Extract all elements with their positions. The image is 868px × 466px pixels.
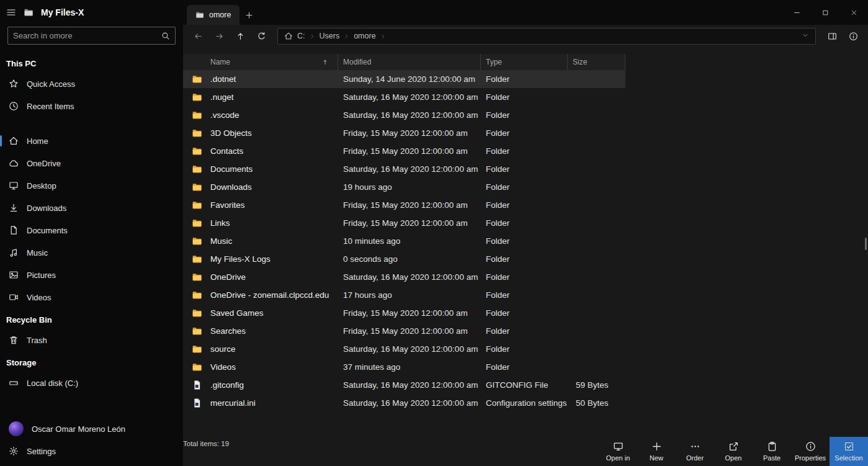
user-account[interactable]: Oscar Omar Moreno León (0, 418, 183, 440)
sidebar-item-local-disk-c[interactable]: Local disk (C:) (0, 372, 183, 394)
sidebar-footer: Oscar Omar Moreno León Settings (0, 418, 183, 466)
file-row-vscode[interactable]: .vscode Saturday, 16 May 2020 12:00:00 a… (183, 106, 625, 124)
toolbar-button-order[interactable]: Order (676, 437, 714, 466)
sidebar-item-music[interactable]: Music (0, 241, 183, 264)
toolbar-button-new[interactable]: New (637, 437, 676, 466)
sidebar-item-desktop[interactable]: Desktop (0, 174, 183, 197)
chevron-right-icon (380, 34, 386, 39)
breadcrumb-segment-users[interactable]: Users (320, 32, 340, 40)
home-icon[interactable] (284, 32, 293, 40)
file-row-3d-objects[interactable]: 3D Objects Friday, 15 May 2020 12:00:00 … (183, 124, 625, 142)
toolbar-button-open[interactable]: Open (714, 437, 753, 466)
file-row-music[interactable]: Music 10 minutes ago Folder (183, 232, 625, 250)
file-modified: Friday, 15 May 2020 12:00:00 am (338, 200, 481, 210)
toolbar-button-selection[interactable]: Selection (830, 437, 868, 466)
file-row-dotnet[interactable]: .dotnet Sunday, 14 June 2020 12:00:00 am… (183, 70, 625, 88)
column-header-name[interactable]: Name (183, 54, 338, 70)
sidebar-section-header: This PC (0, 52, 183, 73)
toolbar-button-paste[interactable]: Paste (753, 437, 791, 466)
file-row-source[interactable]: source Saturday, 16 May 2020 12:00:00 am… (183, 340, 625, 358)
preview-pane-button[interactable] (822, 27, 842, 45)
folder-icon (192, 308, 202, 318)
sidebar-item-recent-items[interactable]: Recent Items (0, 95, 183, 117)
back-button[interactable] (188, 27, 208, 45)
sidebar-item-settings[interactable]: Settings (0, 440, 183, 462)
search-box[interactable] (7, 27, 176, 45)
file-type: Folder (481, 272, 568, 282)
avatar (9, 421, 24, 436)
file-row-documents[interactable]: Documents Saturday, 16 May 2020 12:00:00… (183, 160, 625, 178)
file-type: Folder (481, 254, 568, 264)
picture-icon (9, 270, 19, 280)
file-type: Folder (481, 182, 568, 192)
file-row-searches[interactable]: Searches Friday, 15 May 2020 12:00:00 am… (183, 322, 625, 340)
forward-button[interactable] (209, 27, 229, 45)
sidebar-item-videos[interactable]: Videos (0, 286, 183, 308)
search-icon[interactable] (161, 32, 170, 40)
settings-label: Settings (27, 447, 56, 456)
sidebar-item-onedrive[interactable]: OneDrive (0, 152, 183, 174)
sidebar-item-quick-access[interactable]: Quick Access (0, 73, 183, 95)
breadcrumb-dropdown-icon[interactable] (802, 32, 809, 41)
file-modified: Friday, 15 May 2020 12:00:00 am (338, 128, 481, 138)
folder-icon (192, 74, 202, 84)
toolbar-button-properties[interactable]: Properties (791, 437, 830, 466)
sidebar-section-header: Storage (0, 351, 183, 372)
bottom-toolbar: Total items: 19 Open in New Order Open P… (183, 437, 868, 466)
breadcrumb[interactable]: C: Users omore (277, 28, 816, 45)
sidebar-item-downloads[interactable]: Downloads (0, 197, 183, 219)
new-tab-button[interactable] (239, 5, 258, 25)
file-row-onedrive[interactable]: OneDrive Saturday, 16 May 2020 12:00:00 … (183, 268, 625, 286)
file-icon (192, 398, 202, 408)
folder-icon (192, 218, 202, 228)
minimize-button[interactable] (782, 0, 811, 25)
folder-icon (192, 326, 202, 336)
toolbar-button-open-in[interactable]: Open in (599, 437, 637, 466)
file-row-favorites[interactable]: Favorites Friday, 15 May 2020 12:00:00 a… (183, 196, 625, 214)
file-name: My Files-X Logs (210, 254, 338, 264)
folder-icon (192, 200, 202, 210)
maximize-button[interactable] (811, 0, 839, 25)
column-header-modified[interactable]: Modified (338, 54, 481, 70)
file-modified: Friday, 15 May 2020 12:00:00 am (338, 308, 481, 318)
refresh-button[interactable] (251, 27, 271, 45)
folder-icon (192, 164, 202, 174)
file-type: Folder (481, 290, 568, 300)
file-row-my-files-x-logs[interactable]: My Files-X Logs 0 seconds ago Folder (183, 250, 625, 268)
file-row-contacts[interactable]: Contacts Friday, 15 May 2020 12:00:00 am… (183, 142, 625, 160)
menu-icon[interactable] (6, 7, 16, 17)
file-type: Folder (481, 326, 568, 336)
file-row-mercurial-ini[interactable]: mercurial.ini Saturday, 16 May 2020 12:0… (183, 394, 625, 412)
file-name: Downloads (210, 182, 338, 192)
file-modified: 19 hours ago (338, 182, 481, 192)
sidebar-item-documents[interactable]: Documents (0, 219, 183, 241)
sidebar-item-pictures[interactable]: Pictures (0, 264, 183, 286)
file-row-onedrive-zonemail-clpccd-edu[interactable]: OneDrive - zonemail.clpccd.edu 17 hours … (183, 286, 625, 304)
chevron-right-icon (344, 34, 349, 39)
selection-icon (844, 441, 854, 452)
file-row-nuget[interactable]: .nuget Saturday, 16 May 2020 12:00:00 am… (183, 88, 625, 106)
file-row-downloads[interactable]: Downloads 19 hours ago Folder (183, 178, 625, 196)
folder-icon (192, 272, 202, 282)
file-modified: Saturday, 16 May 2020 12:00:00 am (338, 272, 481, 282)
file-row-saved-games[interactable]: Saved Games Friday, 15 May 2020 12:00:00… (183, 304, 625, 322)
scrollbar-thumb[interactable] (865, 238, 867, 250)
column-header-size[interactable]: Size (568, 54, 625, 70)
up-button[interactable] (230, 27, 250, 45)
folder-icon (192, 128, 202, 138)
search-input[interactable] (13, 31, 161, 40)
tab-omore[interactable]: omore (187, 5, 239, 25)
file-row-links[interactable]: Links Friday, 15 May 2020 12:00:00 am Fo… (183, 214, 625, 232)
file-row-videos[interactable]: Videos 37 minutes ago Folder (183, 358, 625, 376)
file-modified: Saturday, 16 May 2020 12:00:00 am (338, 164, 481, 174)
selection-indicator (0, 180, 2, 191)
file-row-gitconfig[interactable]: .gitconfig Saturday, 16 May 2020 12:00:0… (183, 376, 625, 394)
column-header-type[interactable]: Type (481, 54, 568, 70)
sidebar-item-trash[interactable]: Trash (0, 329, 183, 351)
sidebar-item-home[interactable]: Home (0, 130, 183, 152)
breadcrumb-segment-omore[interactable]: omore (354, 32, 375, 40)
selection-indicator (0, 158, 2, 169)
close-button[interactable] (839, 0, 868, 25)
breadcrumb-segment-drive[interactable]: C: (297, 32, 305, 40)
properties-info-button[interactable] (843, 27, 863, 45)
